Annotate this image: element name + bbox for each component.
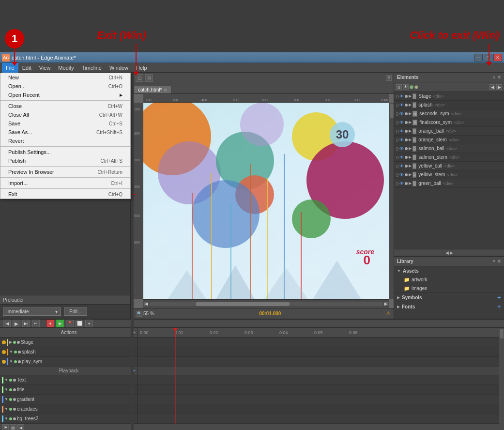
el-panel-right-btn[interactable]: ▶ [496, 84, 502, 90]
element-row-stage[interactable]: {} 👁 ▶ □ Stage <div> [394, 92, 504, 101]
symbols-add-btn[interactable]: + [497, 293, 501, 301]
el-scroll-right[interactable]: ▶ [450, 250, 453, 255]
timeline-tracks: 0:00 0:01 0:02 0:03 0:04 0:05 0:06 [138, 328, 499, 424]
element-row-green-ball[interactable]: {} 👁 ▶ □ green_ball <div> [394, 179, 504, 188]
element-row-orange-stem[interactable]: {} 👁 ▶ □ orange_stem <div> [394, 136, 504, 144]
tl-btn-expand[interactable]: ▾ [85, 320, 93, 327]
menu-item-preview[interactable]: Preview In Browser Ctrl+Return [0, 168, 130, 176]
maximize-button[interactable]: □ [484, 54, 492, 61]
scroll-left-btn[interactable]: ◀ [144, 302, 148, 306]
menu-timeline[interactable]: Timeline [78, 63, 106, 73]
tl-track-title-label: title [17, 387, 25, 392]
library-close-btn[interactable]: ✕ [497, 259, 501, 264]
tl-track-stage-arrow[interactable]: ▶ [9, 340, 12, 344]
menu-help[interactable]: Help [132, 63, 151, 73]
tl-btn-autoplay[interactable]: ▶ [56, 320, 64, 327]
tl-track-gradient-arrow[interactable]: ▼ [4, 397, 8, 401]
library-assets-header[interactable]: ▼ Assets [394, 266, 504, 275]
scroll-right-btn[interactable]: ▶ [384, 302, 388, 306]
preloader-content: Immediate ▾ Edit... [0, 305, 130, 319]
scroll-thumb-h[interactable] [196, 302, 290, 306]
canvas-tab-close-btn[interactable]: ✕ [164, 88, 168, 92]
tl-track-cracidaes-arrow[interactable]: ▼ [4, 407, 8, 411]
canvas-viewport[interactable]: 30 score 0 [143, 103, 389, 299]
menu-item-publish-settings[interactable]: Publish Settings... [0, 148, 130, 156]
minimize-button[interactable]: — [474, 54, 483, 61]
panel-options-btn[interactable]: ≡ [386, 75, 392, 81]
library-fonts-section: ▶ Fonts + [394, 302, 504, 311]
fonts-add-btn[interactable]: + [497, 303, 501, 310]
el-tool-eye[interactable] [410, 85, 413, 89]
tl-btn-undo[interactable]: ↩ [32, 320, 40, 327]
element-row-seconds-sym[interactable]: {} 👁 ▶ ⚙ seconds_sym <div> [394, 109, 504, 118]
scrollbar-thumb[interactable] [390, 104, 394, 118]
elements-panel-close-btn[interactable]: ✕ [497, 75, 501, 80]
menu-item-close-all[interactable]: Close All Ctrl+Alt+W [0, 110, 130, 119]
menu-item-open-recent[interactable]: Open Recent [0, 91, 130, 99]
close-button[interactable]: ✕ [493, 54, 502, 61]
assets-artwork-item[interactable]: 📁 artwork [402, 275, 504, 284]
elements-panel-controls: ≡ ✕ [493, 75, 501, 80]
menu-view[interactable]: View [35, 63, 55, 73]
tl-btn-full[interactable]: ⬜ [76, 320, 83, 327]
el-tool-dot[interactable] [414, 85, 418, 89]
tl-track-splash-arrow[interactable]: ▼ [9, 350, 13, 354]
tl-scrollbar-thumb[interactable] [500, 329, 504, 338]
zoom-icon[interactable]: 🔍 [137, 311, 142, 317]
menu-modify[interactable]: Modify [54, 63, 77, 73]
menu-item-close[interactable]: Close Ctrl+W [0, 102, 130, 110]
menu-edit[interactable]: Edit [18, 63, 35, 73]
preloader-bar: Preloader [0, 295, 130, 305]
tl-track-title-arrow[interactable]: ▼ [4, 387, 8, 392]
tl-track-play-sym-arrow[interactable]: ▼ [9, 359, 13, 364]
tl-track-text-arrow[interactable]: ▼ [4, 378, 8, 382]
menu-item-publish[interactable]: Publish Ctrl+Alt+S [0, 156, 130, 165]
separator-2 [0, 146, 130, 147]
assets-expand-icon: ▼ [397, 269, 401, 273]
element-row-yellow-ball[interactable]: {} 👁 ▶ □ yellow_ball <div> [394, 162, 504, 170]
annotation-click-exit: Click to exit (Win) [410, 29, 499, 42]
tl-track-bg-trees2: ▼ bg_trees2 [0, 414, 137, 424]
stem-yellow2 [267, 178, 268, 299]
library-menu-btn[interactable]: ≡ [493, 259, 495, 264]
toolbar-btn-2[interactable]: ⊞ [145, 74, 153, 82]
element-row-orange-ball[interactable]: {} 👁 ▶ □ orange_ball <div> [394, 127, 504, 136]
el-scroll-left[interactable]: ◀ [445, 250, 449, 255]
edit-button[interactable]: Edit... [64, 307, 87, 316]
element-row-yellow-stem[interactable]: {} 👁 ▶ □ yellow_stem <div> [394, 170, 504, 179]
tl-footer-btn-1[interactable]: ⚑ [2, 424, 9, 430]
canvas-scrollbar-right[interactable] [389, 103, 394, 299]
el-tool-1[interactable]: {} [396, 84, 402, 90]
assets-images-item[interactable]: 📁 images [402, 284, 504, 292]
tl-footer-btn-3[interactable]: ◀ [17, 424, 24, 430]
element-name-salmon-stem: salmon_stem [418, 154, 447, 160]
library-symbols-header[interactable]: ▶ Symbols + [394, 293, 504, 302]
element-row-splash[interactable]: {} 👁 ▶ □ splash <div> [394, 101, 504, 109]
menu-item-open[interactable]: Open... Ctrl+O [0, 82, 130, 91]
tl-btn-pin[interactable]: 📍 [66, 320, 74, 327]
tl-footer-btn-2[interactable]: ▤ [10, 424, 16, 430]
el-tool-2[interactable]: 👁 [403, 84, 409, 90]
menu-item-revert[interactable]: Revert [0, 137, 130, 145]
canvas-tab-active[interactable]: catch.html* ✕ [134, 86, 172, 93]
tl-track-bg-trees2-arrow[interactable]: ▼ [4, 416, 8, 421]
element-row-salmon-stem[interactable]: {} 👁 ▶ □ salmon_stem <div> [394, 153, 504, 162]
menu-window[interactable]: Window [106, 63, 132, 73]
menu-item-new[interactable]: New Ctrl+N [0, 73, 130, 82]
menu-item-exit[interactable]: Exit Ctrl+Q ← [0, 190, 130, 199]
canvas-scrollbar-bottom[interactable]: ◀ ▶ [143, 299, 389, 308]
tl-btn-play[interactable]: ▶ [13, 320, 20, 327]
elements-panel-menu-btn[interactable]: ≡ [493, 75, 495, 80]
menu-item-import[interactable]: Import... Ctrl+I [0, 179, 130, 187]
el-panel-left-btn[interactable]: ◀ [489, 84, 495, 90]
tl-btn-next[interactable]: ▶| [22, 320, 30, 327]
menu-item-save[interactable]: Save Ctrl+S [0, 119, 130, 128]
menu-item-save-as[interactable]: Save As... Ctrl+Shift+S [0, 128, 130, 137]
immediate-dropdown[interactable]: Immediate ▾ [3, 307, 61, 316]
library-fonts-header[interactable]: ▶ Fonts + [394, 302, 504, 311]
timeline-scrollbar-right[interactable] [499, 328, 504, 424]
tl-btn-record[interactable]: ● [46, 320, 54, 327]
element-row-finalscore-sym[interactable]: {} 👁 ▶ ⚙ finalscore_sym <div> [394, 118, 504, 127]
tl-btn-prev[interactable]: |◀ [3, 320, 11, 327]
element-row-salmon-ball[interactable]: {} 👁 ▶ □ salmon_ball <div> [394, 144, 504, 153]
